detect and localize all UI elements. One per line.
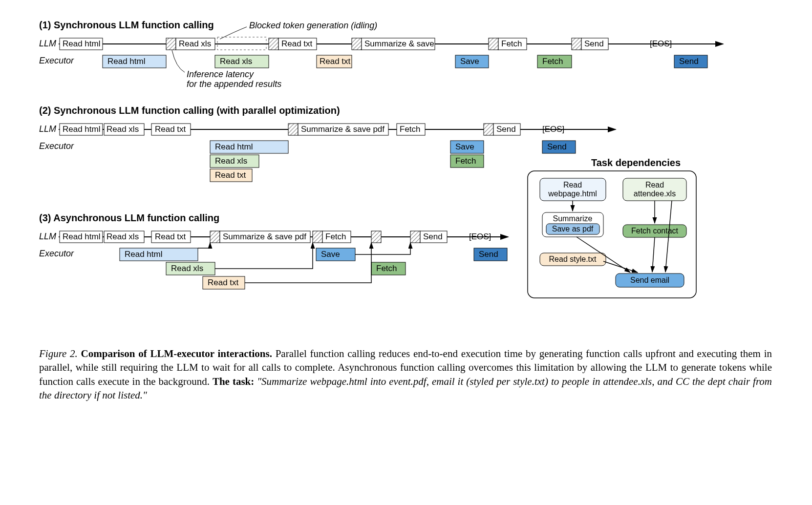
section1-title: (1) Synchronous LLM function calling: [39, 20, 214, 30]
s1-exec-fetch: Fetch: [537, 55, 572, 68]
s3-exec-label: Executor: [39, 249, 74, 258]
svg-text:Save: Save: [321, 250, 340, 259]
svg-text:Send email: Send email: [630, 276, 669, 284]
s3-exec-save: Save: [316, 248, 355, 261]
s3-arrow-save: [355, 243, 410, 254]
svg-text:Read style.txt: Read style.txt: [549, 255, 597, 263]
s3-eos: [EOS]: [469, 232, 491, 241]
s1-llm-read-txt: Read txt: [278, 38, 317, 50]
svg-text:Send: Send: [584, 39, 604, 48]
s3-hatch-3: [371, 231, 381, 243]
s2-exec-fetch: Fetch: [450, 155, 484, 168]
svg-rect-71: [371, 231, 381, 243]
svg-text:Send: Send: [679, 57, 699, 66]
s3-hatch-4: [410, 231, 420, 243]
s1-hatch-3: [352, 38, 362, 50]
svg-rect-13: [489, 38, 498, 50]
svg-text:Read xls: Read xls: [171, 264, 203, 273]
svg-text:Read html: Read html: [63, 232, 100, 241]
anno-latency-1: Inference latency: [187, 69, 254, 79]
svg-text:Summarize & save: Summarize & save: [364, 39, 434, 48]
caption-bold-2: The task:: [213, 376, 254, 387]
svg-rect-65: [210, 231, 220, 243]
svg-text:Read html: Read html: [107, 57, 145, 66]
s3-exec-read-txt: Read txt: [203, 276, 245, 289]
s3-arrow-html: [198, 243, 210, 248]
svg-text:Read xls: Read xls: [179, 39, 211, 48]
svg-text:Read txt: Read txt: [215, 170, 246, 180]
svg-text:Read txt: Read txt: [208, 278, 239, 287]
svg-text:Fetch contact: Fetch contact: [631, 227, 679, 235]
s1-exec-label: Executor: [39, 56, 74, 65]
dep-node-fetch: Fetch contact: [623, 225, 686, 237]
s2-llm-send: Send: [493, 124, 520, 135]
s1-exec-read-xls: Read xls: [215, 55, 269, 68]
dep-title: Task dependencies: [591, 157, 681, 168]
section-3: (3) Asynchronous LLM function calling LL…: [39, 212, 508, 289]
dep-node-read-html: Read webpage.html: [540, 178, 606, 201]
s2-exec-label: Executor: [39, 141, 74, 151]
task-dependencies-panel: Task dependencies Read webpage.html Read…: [528, 157, 696, 298]
s1-hatch-4: [489, 38, 498, 50]
s1-exec-save: Save: [455, 55, 489, 68]
svg-rect-16: [572, 38, 581, 50]
section2-title: (2) Synchronous LLM function calling (wi…: [39, 105, 340, 116]
s1-llm-send: Send: [581, 38, 608, 50]
svg-rect-43: [484, 124, 493, 135]
svg-text:Summarize: Summarize: [553, 214, 593, 223]
s3-llm-fetch: Fetch: [322, 231, 351, 243]
s2-exec-read-txt: Read txt: [210, 169, 252, 182]
svg-text:Fetch: Fetch: [501, 39, 522, 48]
s3-exec-read-html: Read html: [120, 248, 198, 261]
svg-text:Read: Read: [563, 181, 582, 189]
svg-text:Read txt: Read txt: [155, 125, 186, 134]
svg-text:Read html: Read html: [63, 125, 100, 134]
svg-text:Fetch: Fetch: [400, 125, 421, 134]
svg-text:Read html: Read html: [63, 39, 100, 48]
svg-text:Summarize & save pdf: Summarize & save pdf: [301, 125, 385, 134]
section-1: (1) Synchronous LLM function calling Blo…: [39, 20, 723, 89]
svg-text:attendee.xls: attendee.xls: [634, 189, 676, 198]
s1-hatch-5: [572, 38, 581, 50]
s3-exec-read-xls: Read xls: [166, 262, 215, 275]
dep-node-style: Read style.txt: [540, 253, 606, 266]
s1-llm-summarize: Summarize & save: [362, 38, 435, 50]
s1-exec-send: Send: [674, 55, 707, 68]
svg-text:Fetch: Fetch: [376, 264, 397, 273]
s3-llm-label: LLM: [39, 231, 56, 241]
s1-llm-read-html: Read html: [60, 38, 103, 50]
s3-exec-fetch: Fetch: [371, 262, 406, 275]
s2-exec-save: Save: [450, 141, 484, 153]
svg-rect-4: [166, 38, 176, 50]
figure-caption: Figure 2. Comparison of LLM-executor int…: [39, 347, 772, 402]
s1-hatch-1: [166, 38, 176, 50]
s1-hatch-2: [269, 38, 278, 50]
svg-text:Save as pdf: Save as pdf: [552, 225, 594, 233]
svg-text:Read txt: Read txt: [155, 232, 186, 241]
s1-exec-read-html: Read html: [103, 55, 166, 68]
svg-text:Send: Send: [496, 125, 516, 134]
svg-text:Fetch: Fetch: [455, 156, 476, 166]
svg-text:Read html: Read html: [215, 142, 253, 151]
svg-text:Send: Send: [423, 232, 443, 241]
dep-node-send: Send email: [616, 274, 684, 287]
s2-llm-read-xls: Read xls: [104, 124, 144, 135]
s3-hatch-2: [313, 231, 322, 243]
figure-diagram: (1) Synchronous LLM function calling Blo…: [39, 20, 772, 402]
svg-text:Read xls: Read xls: [107, 125, 139, 134]
s3-llm-read-txt: Read txt: [151, 231, 191, 243]
s2-llm-read-txt: Read txt: [151, 124, 191, 135]
svg-text:Read: Read: [645, 181, 664, 189]
svg-text:Read txt: Read txt: [281, 39, 313, 48]
s1-eos: [EOS]: [650, 39, 672, 48]
s2-hatch-1: [288, 124, 298, 135]
svg-text:Save: Save: [455, 142, 474, 151]
svg-text:Fetch: Fetch: [542, 57, 563, 66]
s3-llm-read-html: Read html: [60, 231, 103, 243]
s1-exec-read-txt: Read txt: [317, 55, 352, 68]
s2-exec-read-html: Read html: [210, 141, 288, 153]
s2-llm-label: LLM: [39, 124, 56, 134]
s3-llm-send: Send: [420, 231, 447, 243]
s2-llm-read-html: Read html: [60, 124, 103, 135]
s2-hatch-2: [484, 124, 493, 135]
